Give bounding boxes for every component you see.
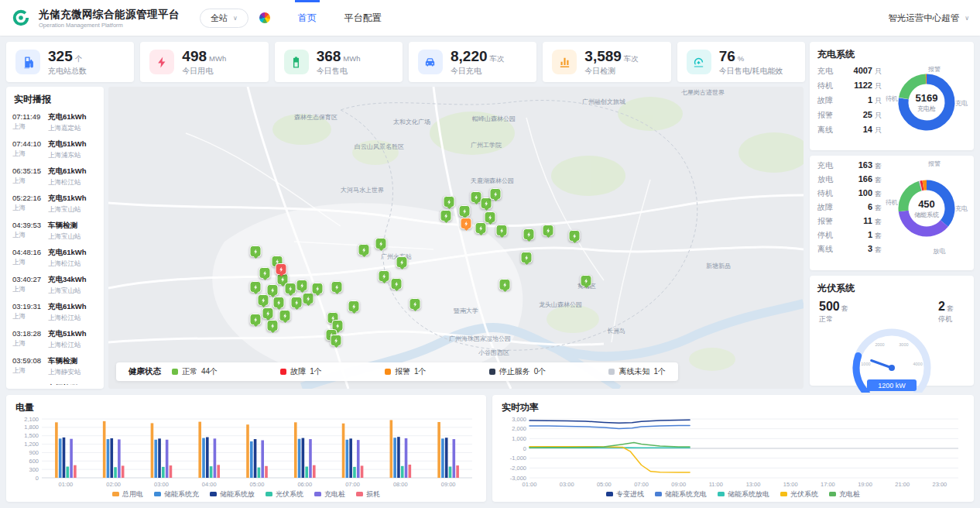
station-marker-normal[interactable] [259,267,271,279]
station-marker-normal[interactable] [499,279,511,290]
stat-row: 待机 100 套 [817,188,886,202]
bolt-icon [499,228,505,234]
station-marker-normal[interactable] [490,188,502,200]
legend-item[interactable]: 储能系统放 [210,489,255,499]
station-marker-normal[interactable] [569,230,581,242]
station-marker-normal[interactable] [459,205,471,217]
station-marker-normal[interactable] [440,210,452,221]
station-marker-normal[interactable] [273,297,285,308]
energy-chart-card: 电量 03006009001,2001,5001,8002,10001:0002… [6,395,486,502]
legend-swatch [112,492,119,496]
legend-item[interactable]: 储能系统充电 [655,489,707,499]
station-marker-normal[interactable] [279,310,291,321]
station-marker-normal[interactable] [485,211,496,223]
broadcast-time: 03:38:04 [12,383,44,385]
station-marker-normal[interactable] [285,283,296,294]
kpi-value: 498 [182,48,207,65]
station-marker-normal[interactable] [291,297,303,308]
map-label: 广州工学院 [471,141,502,149]
station-marker-normal[interactable] [521,252,533,263]
legend-item[interactable]: 充电桩 [314,489,345,499]
kpi-unit: 车次 [624,54,639,64]
stat-value: 1122 [854,81,872,90]
station-marker-normal[interactable] [409,298,421,310]
map-label: 长洲岛 [607,327,625,335]
broadcast-list[interactable]: 07:11:49 上海 充电61kWh 上海嘉定站 07:44:10 上海 [6,109,104,385]
station-marker-normal[interactable] [250,281,262,293]
legend-item[interactable]: 光伏系统 [266,489,303,499]
legend-item[interactable]: 充电桩 [829,489,860,499]
station-marker-alarm[interactable] [461,218,472,229]
svg-text:05:00: 05:00 [597,481,612,488]
legend-item[interactable]: 专变进线 [606,489,644,499]
chevron-down-icon: ∨ [965,15,969,22]
broadcast-station: 上海松江站 [48,259,87,269]
user-menu[interactable]: 智光运营中心超管 ∨ [888,12,969,24]
station-marker-normal[interactable] [396,256,408,268]
broadcast-item: 03:19:31 上海 充电61kWh 上海松江站 [6,299,104,326]
map[interactable]: 森林生态保育区太和文化广场帽峰山森林公园广州融创文旅城七星岗古迹世界白云山风景名… [108,87,804,389]
station-marker-normal[interactable] [358,244,370,256]
tab-home[interactable]: 首页 [284,0,331,36]
car-icon [418,50,443,74]
svg-text:04:00: 04:00 [202,481,217,488]
bolt-icon [483,201,489,207]
broadcast-item: 04:48:16 上海 充电61kWh 上海松江站 [6,245,104,272]
station-marker-normal[interactable] [391,278,403,290]
tab-platform-config[interactable]: 平台配置 [331,0,396,36]
station-marker-normal[interactable] [496,225,508,236]
station-marker-normal[interactable] [331,281,343,293]
health-legend-item[interactable]: 停止服务 0个 [489,366,547,377]
station-marker-normal[interactable] [523,228,535,240]
health-legend-item[interactable]: 报警 1个 [385,366,427,377]
station-marker-normal[interactable] [348,300,360,312]
station-marker-normal[interactable] [262,307,274,319]
station-marker-normal[interactable] [258,294,269,306]
legend-item[interactable]: 储能系统充 [154,489,199,499]
pv-stat-unit: 套 [947,304,954,312]
kpi-value: 368 [317,48,341,65]
station-marker-normal[interactable] [444,196,455,208]
broadcast-time: 04:48:16 [12,248,44,256]
broadcast-station: 上海宝山站 [48,287,87,296]
station-marker-fault[interactable] [276,263,287,275]
station-marker-normal[interactable] [250,314,262,325]
station-select[interactable]: 全站 ∨ [200,9,248,28]
map-label: 暨南大学 [454,307,478,315]
stat-label: 报警 [817,216,842,227]
svg-text:07:00: 07:00 [634,481,649,488]
bolt-icon [299,283,305,289]
map-label: 七星岗古迹世界 [681,88,725,97]
station-marker-normal[interactable] [475,222,487,234]
station-marker-normal[interactable] [303,293,314,304]
stat-unit: 只 [875,81,886,91]
legend-item[interactable]: 储能系统放电 [718,489,769,499]
health-legend-item[interactable]: 离线未知 1个 [608,366,666,377]
stat-value: 163 [858,160,872,170]
broadcast-item: 07:11:49 上海 充电61kWh 上海嘉定站 [6,109,104,136]
station-marker-normal[interactable] [379,270,390,282]
status-dot [172,369,178,375]
legend-item[interactable]: 总用电 [112,489,143,499]
station-marker-normal[interactable] [312,283,324,294]
station-marker-normal[interactable] [267,320,279,331]
app-title-block: 光储充微网综合能源管理平台 Operation Management Platf… [39,8,180,29]
station-marker-normal[interactable] [267,284,279,296]
station-marker-normal[interactable] [581,275,592,287]
station-marker-normal[interactable] [250,245,262,257]
bolt-icon [287,286,293,292]
health-legend-item[interactable]: 正常 44个 [172,366,218,377]
station-marker-normal[interactable] [375,238,387,249]
color-wheel-icon[interactable] [259,12,270,23]
bolt-icon [526,232,532,238]
health-legend-item[interactable]: 故障 1个 [280,366,322,377]
station-marker-normal[interactable] [543,225,554,236]
broadcast-time: 07:44:10 [12,139,44,148]
station-marker-normal[interactable] [331,335,342,346]
legend-swatch [718,492,725,496]
legend-item[interactable]: 损耗 [356,489,380,499]
storage-system-donut-chart: 450储能系统待机报警充电放电 [886,159,968,258]
station-marker-normal[interactable] [296,280,308,291]
legend-item[interactable]: 光伏系统 [780,489,818,499]
svg-text:5169: 5169 [916,92,938,104]
